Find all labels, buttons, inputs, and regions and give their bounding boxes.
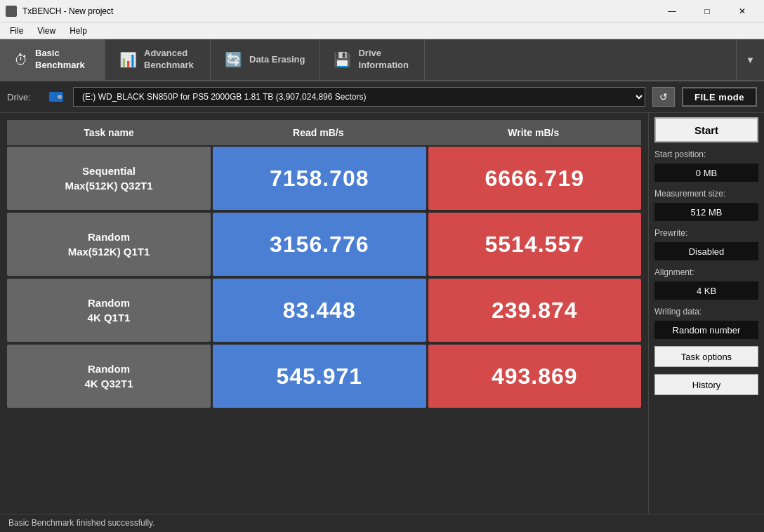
main-area: Task name Read mB/s Write mB/s Sequentia…: [0, 113, 764, 514]
status-bar: Basic Benchmark finished successfully.: [0, 514, 764, 532]
toolbar-advanced-benchmark[interactable]: 📊 AdvancedBenchmark: [105, 39, 211, 80]
start-button[interactable]: Start: [654, 117, 758, 142]
alignment-label: Alignment:: [654, 267, 758, 277]
basic-benchmark-icon: ⏱: [14, 52, 28, 68]
maximize-button[interactable]: □: [691, 2, 723, 20]
data-erasing-label: Data Erasing: [249, 54, 305, 66]
row-read-random-4k-q32: 545.971: [213, 345, 426, 408]
drive-refresh-button[interactable]: ↺: [652, 87, 675, 107]
menu-help[interactable]: Help: [62, 25, 94, 37]
history-button[interactable]: History: [654, 374, 758, 395]
row-write-random-512k: 5514.557: [428, 213, 642, 276]
toolbar: ⏱ BasicBenchmark 📊 AdvancedBenchmark 🔄 D…: [0, 39, 764, 81]
app-icon: [6, 6, 17, 17]
row-read-sequential: 7158.708: [213, 147, 426, 210]
row-read-random-512k: 3156.776: [213, 213, 426, 276]
row-write-random-4k-q32: 493.869: [428, 345, 642, 408]
file-mode-button[interactable]: FILE mode: [682, 87, 757, 107]
drive-icon: [49, 92, 63, 102]
writing-data-value: Random number: [654, 321, 758, 339]
header-write: Write mB/s: [426, 127, 642, 138]
row-write-sequential: 6666.719: [428, 147, 642, 210]
row-label-sequential: SequentialMax(512K) Q32T1: [7, 147, 211, 210]
start-position-label: Start position:: [654, 149, 758, 159]
menu-view[interactable]: View: [30, 25, 62, 37]
drive-select[interactable]: (E:) WD_BLACK SN850P for PS5 2000GB 1.81…: [73, 87, 645, 107]
row-write-random-4k-q1: 239.874: [428, 279, 642, 342]
task-options-button[interactable]: Task options: [654, 346, 758, 367]
right-panel: Start Start position: 0 MB Measurement s…: [648, 113, 764, 514]
data-erasing-icon: 🔄: [225, 51, 242, 68]
toolbar-basic-benchmark[interactable]: ⏱ BasicBenchmark: [0, 39, 105, 80]
header-read: Read mB/s: [211, 127, 426, 138]
chevron-down-icon: ▼: [746, 55, 755, 65]
toolbar-data-erasing[interactable]: 🔄 Data Erasing: [211, 39, 320, 80]
menu-file[interactable]: File: [3, 25, 30, 37]
table-row: RandomMax(512K) Q1T1 3156.776 5514.557: [7, 213, 641, 276]
toolbar-dropdown[interactable]: ▼: [736, 39, 764, 80]
advanced-benchmark-label: AdvancedBenchmark: [144, 48, 194, 72]
writing-data-label: Writing data:: [654, 307, 758, 317]
row-read-random-4k-q1: 83.448: [213, 279, 426, 342]
window-title: TxBENCH - New project: [22, 6, 113, 16]
measurement-size-value: 512 MB: [654, 203, 758, 221]
table-header: Task name Read mB/s Write mB/s: [7, 120, 641, 145]
prewrite-value: Disabled: [654, 242, 758, 260]
basic-benchmark-label: BasicBenchmark: [35, 48, 85, 72]
advanced-benchmark-icon: 📊: [119, 51, 137, 68]
drive-information-icon: 💾: [334, 51, 351, 68]
row-label-random-4k-q1: Random4K Q1T1: [7, 279, 211, 342]
table-row: SequentialMax(512K) Q32T1 7158.708 6666.…: [7, 147, 641, 210]
start-position-value: 0 MB: [654, 164, 758, 182]
drive-bar: Drive: (E:) WD_BLACK SN850P for PS5 2000…: [0, 81, 764, 113]
row-label-random-512k: RandomMax(512K) Q1T1: [7, 213, 211, 276]
toolbar-drive-information[interactable]: 💾 DriveInformation: [320, 39, 425, 80]
table-row: Random4K Q1T1 83.448 239.874: [7, 279, 641, 342]
row-label-random-4k-q32: Random4K Q32T1: [7, 345, 211, 408]
drive-label: Drive:: [7, 92, 42, 102]
header-task-name: Task name: [7, 127, 211, 138]
title-bar: TxBENCH - New project — □ ✕: [0, 0, 764, 22]
benchmark-table: Task name Read mB/s Write mB/s Sequentia…: [0, 113, 648, 514]
prewrite-label: Prewrite:: [654, 228, 758, 238]
status-text: Basic Benchmark finished successfully.: [8, 518, 155, 528]
minimize-button[interactable]: —: [656, 2, 688, 20]
drive-information-label: DriveInformation: [358, 48, 409, 72]
menu-bar: File View Help: [0, 22, 764, 39]
table-row: Random4K Q32T1 545.971 493.869: [7, 345, 641, 408]
alignment-value: 4 KB: [654, 281, 758, 300]
close-button[interactable]: ✕: [726, 2, 758, 20]
measurement-size-label: Measurement size:: [654, 189, 758, 199]
